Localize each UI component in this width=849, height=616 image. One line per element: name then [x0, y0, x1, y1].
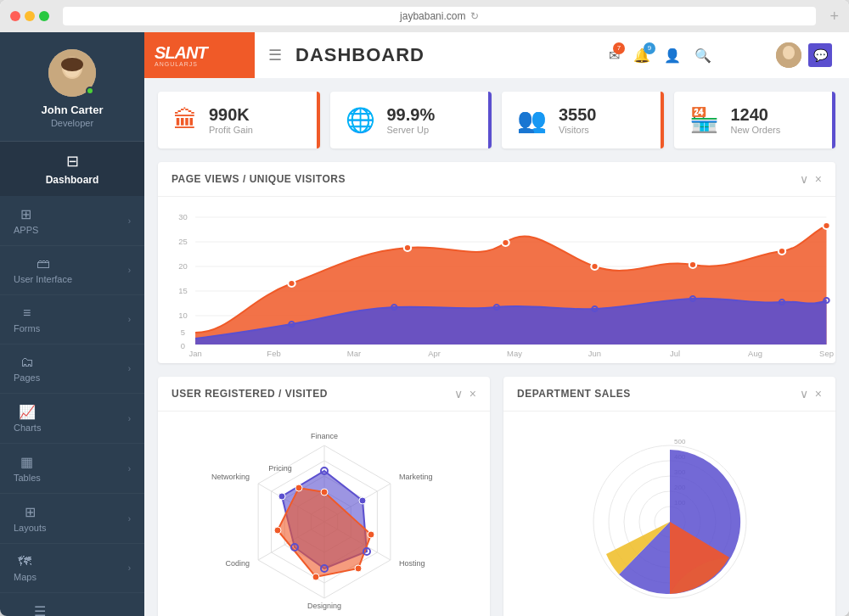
- avatar-wrapper: [48, 49, 96, 97]
- ui-icon: 🗃: [37, 256, 50, 272]
- stat-card-profit: 🏛 990K Profit Gain: [158, 92, 320, 148]
- stat-card-server: 🌐 99.9% Server Up: [330, 92, 492, 148]
- polar-chart-header: DEPARTMENT SALES ∨ ×: [503, 377, 835, 412]
- profit-icon: 🏛: [173, 106, 197, 134]
- sidebar-item-pages[interactable]: 🗂 Pages ›: [0, 344, 144, 394]
- radar-chart-title: USER REGISTERED / VISITED: [171, 388, 328, 400]
- radar-point: [295, 484, 302, 491]
- menu-icon: ☰: [34, 603, 46, 616]
- forms-label: Forms: [14, 323, 40, 333]
- chevron-icon: ›: [128, 216, 131, 226]
- bell-button[interactable]: 🔔 9: [633, 48, 650, 64]
- chevron-icon: ›: [128, 414, 131, 423]
- reload-icon[interactable]: ↻: [470, 10, 479, 22]
- svg-text:15: 15: [178, 287, 188, 295]
- sidebar-item-layouts[interactable]: ⊞ Layouts ›: [0, 494, 144, 544]
- radar-label-marketing: Marketing: [399, 473, 433, 481]
- area-chart-svg: 30 25 20 15 10 5 0: [158, 207, 835, 360]
- radar-label-finance: Finance: [310, 432, 337, 440]
- close-button[interactable]: ×: [815, 172, 822, 186]
- radar-chart-header: USER REGISTERED / VISITED ∨ ×: [158, 377, 490, 412]
- sidebar-item-maps[interactable]: 🗺 Maps ›: [0, 544, 144, 593]
- sidebar-item-tables[interactable]: ▦ Tables ›: [0, 444, 144, 494]
- profit-label: Profit Gain: [209, 125, 253, 135]
- radar-label-networking: Networking: [211, 473, 249, 481]
- radar-label-hosting: Hosting: [399, 559, 425, 568]
- tables-icon: ▦: [20, 454, 33, 470]
- content: 🏛 990K Profit Gain 🌐 99.9% Server Up: [144, 78, 849, 616]
- profit-value: 990K: [209, 105, 253, 125]
- stats-row: 🏛 990K Profit Gain 🌐 99.9% Server Up: [158, 92, 835, 148]
- polar-chart-title: DEPARTMENT SALES: [517, 388, 631, 400]
- data-point: [779, 248, 785, 255]
- radar-label-pricing: Pricing: [268, 464, 292, 473]
- visitors-value: 3550: [559, 105, 597, 125]
- dot-green[interactable]: [39, 11, 49, 21]
- chevron-icon: ›: [128, 514, 131, 524]
- svg-point-7: [783, 46, 795, 59]
- sidebar-item-ui[interactable]: 🗃 User Interface ›: [0, 246, 144, 295]
- search-button[interactable]: 🔍: [694, 48, 711, 64]
- minimize-button[interactable]: ∨: [454, 387, 463, 400]
- close-button[interactable]: ×: [815, 387, 822, 400]
- sidebar-item-apps[interactable]: ⊞ APPS ›: [0, 196, 144, 246]
- chat-button[interactable]: 💬: [808, 43, 832, 67]
- header: SLANT ANGULARJS ☰ DASHBOARD ✉ 7 🔔 9 👤: [144, 32, 849, 78]
- server-icon: 🌐: [346, 106, 375, 134]
- server-label: Server Up: [387, 125, 436, 135]
- data-point: [404, 244, 411, 251]
- header-brand: SLANT ANGULARJS: [144, 32, 255, 78]
- svg-point-5: [61, 58, 83, 71]
- brand-sub: ANGULARJS: [155, 61, 207, 67]
- polar-chart-body: 500 400 300 200 100: [503, 412, 835, 616]
- sidebar-item-menu[interactable]: ☰ Menu Levels ›: [0, 593, 144, 616]
- svg-text:20: 20: [178, 262, 188, 271]
- url-text: jaybabani.com: [400, 10, 465, 22]
- profile-role: Developer: [51, 118, 93, 128]
- close-button[interactable]: ×: [469, 387, 476, 400]
- app-container: John Carter Developer ⊟ Dashboard ⊞ APPS…: [0, 32, 849, 616]
- svg-text:Jul: Jul: [670, 350, 680, 358]
- data-point: [502, 239, 509, 246]
- add-tab-button[interactable]: +: [829, 8, 839, 25]
- dot-red[interactable]: [10, 11, 20, 21]
- tables-label: Tables: [14, 473, 41, 483]
- user-button[interactable]: 👤: [664, 48, 681, 64]
- data-point: [591, 263, 598, 270]
- stat-card-orders: 🏪 1240 New Orders: [674, 92, 836, 148]
- dot-yellow[interactable]: [25, 11, 35, 21]
- apps-icon: ⊞: [20, 206, 31, 222]
- chevron-icon: ›: [128, 364, 131, 373]
- stat-info-orders: 1240 New Orders: [731, 105, 781, 135]
- header-avatar: [776, 42, 801, 68]
- orders-value: 1240: [731, 105, 781, 125]
- sidebar-item-forms[interactable]: ≡ Forms ›: [0, 295, 144, 344]
- svg-text:Feb: Feb: [267, 350, 280, 358]
- svg-text:Sep: Sep: [819, 350, 834, 358]
- charts-label: Charts: [14, 423, 41, 433]
- browser-url: jaybabani.com ↻: [63, 7, 816, 25]
- radar-chart-controls: ∨ ×: [454, 387, 476, 400]
- browser-dots: [10, 11, 49, 21]
- visitors-icon: 👥: [517, 106, 547, 134]
- radar-point: [359, 497, 366, 504]
- ui-label: User Interface: [14, 274, 72, 284]
- bottom-row: USER REGISTERED / VISITED ∨ ×: [158, 377, 835, 616]
- data-point: [689, 261, 696, 268]
- radar-point: [274, 527, 281, 534]
- svg-text:Jan: Jan: [188, 350, 201, 358]
- hamburger-button[interactable]: ☰: [268, 46, 282, 64]
- polar-chart-controls: ∨ ×: [800, 387, 822, 400]
- chevron-icon: ›: [128, 563, 131, 573]
- sidebar-item-charts[interactable]: 📈 Charts ›: [0, 394, 144, 444]
- area-chart-controls: ∨ ×: [800, 172, 822, 186]
- sidebar-item-dashboard[interactable]: ⊟ Dashboard: [0, 142, 144, 196]
- minimize-button[interactable]: ∨: [800, 172, 808, 186]
- sidebar: John Carter Developer ⊟ Dashboard ⊞ APPS…: [0, 32, 144, 616]
- radar-svg: Finance Marketing Hosting Designing Codi…: [205, 420, 443, 616]
- radar-chart-body: Finance Marketing Hosting Designing Codi…: [158, 412, 490, 616]
- forms-icon: ≡: [23, 305, 31, 321]
- server-value: 99.9%: [387, 105, 436, 125]
- minimize-button[interactable]: ∨: [800, 387, 808, 400]
- mail-button[interactable]: ✉ 7: [609, 48, 620, 64]
